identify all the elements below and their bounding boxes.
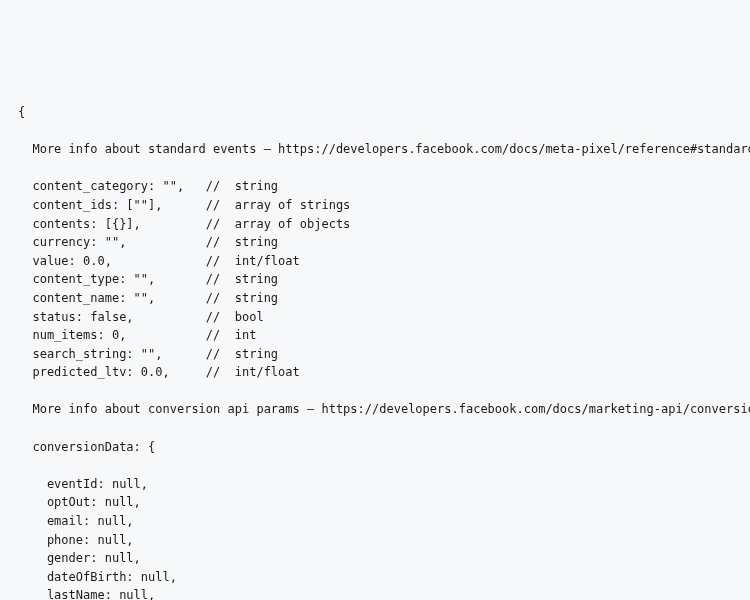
conversion-field-gender: gender: null, — [18, 549, 732, 568]
conversion-field-dateOfBirth: dateOfBirth: null, — [18, 568, 732, 587]
param-line-content_ids: content_ids: [""], // array of strings — [18, 196, 732, 215]
brace-open: { — [18, 103, 732, 122]
param-line-content_category: content_category: "", // string — [18, 177, 732, 196]
conversion-field-phone: phone: null, — [18, 531, 732, 550]
code-snippet: { More info about standard events — http… — [18, 84, 732, 600]
conversion-field-eventId: eventId: null, — [18, 475, 732, 494]
comment-standard-events: More info about standard events — https:… — [18, 140, 732, 159]
conversion-field-lastName: lastName: null, — [18, 586, 732, 600]
param-line-currency: currency: "", // string — [18, 233, 732, 252]
param-line-contents: contents: [{}], // array of objects — [18, 215, 732, 234]
param-line-num_items: num_items: 0, // int — [18, 326, 732, 345]
param-line-predicted_ltv: predicted_ltv: 0.0, // int/float — [18, 363, 732, 382]
conversion-data-open: conversionData: { — [18, 438, 732, 457]
comment-conversion-api: More info about conversion api params — … — [18, 400, 732, 419]
param-line-status: status: false, // bool — [18, 308, 732, 327]
param-line-value: value: 0.0, // int/float — [18, 252, 732, 271]
param-line-content_name: content_name: "", // string — [18, 289, 732, 308]
param-line-search_string: search_string: "", // string — [18, 345, 732, 364]
param-line-content_type: content_type: "", // string — [18, 270, 732, 289]
conversion-field-email: email: null, — [18, 512, 732, 531]
conversion-field-optOut: optOut: null, — [18, 493, 732, 512]
